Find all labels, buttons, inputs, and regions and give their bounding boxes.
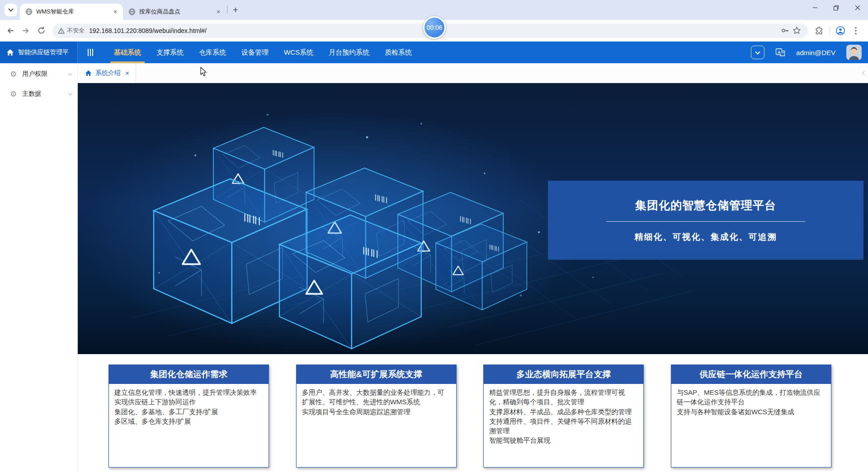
nav-menu-item-label: WCS系统 <box>284 48 313 57</box>
workspace-tab[interactable]: 系统介绍 × <box>78 63 136 83</box>
svg-text:A: A <box>778 50 781 55</box>
sidebar: ⚙ 用户权限 ⚙ 主数据 <box>0 63 78 472</box>
nav-menu-item-label: 质检系统 <box>385 48 412 57</box>
password-key-icon[interactable] <box>779 25 791 37</box>
profile-avatar-icon[interactable] <box>833 23 848 38</box>
tab-close-icon[interactable]: × <box>214 8 222 16</box>
toolbar-divider <box>830 26 830 35</box>
sidebar-item[interactable]: ⚙ 主数据 <box>0 84 77 104</box>
sidebar-item-label: 用户权限 <box>22 70 47 78</box>
timer-value: 00:06 <box>426 24 442 31</box>
browser-tab[interactable]: WMS智能仓库 × <box>20 4 123 20</box>
window-controls <box>804 0 868 20</box>
feature-card: 供应链一体化运作支持平台 与SAP、MES等信息系统的集成，打造物流供应链一体化… <box>671 365 831 467</box>
tab-search-button[interactable] <box>5 4 17 16</box>
feature-card: 集团化仓储运作需求 建立信息化管理，快速透明，提升管理决策效率 实现供应链上下游… <box>108 365 269 467</box>
feature-card-body: 与SAP、MES等信息系统的集成，打造物流供应链一体化运作支持平台 支持与各种智… <box>671 384 831 420</box>
app-navbar: 智能供应链管理平 基础系统 支撑系统 仓库系统 设备管理 WCS系统 <box>0 42 868 63</box>
feature-cards: 集团化仓储运作需求 建立信息化管理，快速透明，提升管理决策效率 实现供应链上下游… <box>78 354 868 467</box>
nav-menu-item[interactable]: WCS系统 <box>284 42 313 63</box>
user-menu[interactable]: admin@DEV <box>796 49 835 56</box>
feature-card-body: 多用户、高并发、大数据量的业务处理能力，可扩展性、可维护性、先进性的WMS系统 … <box>297 384 456 420</box>
nav-menu-item-label: 基础系统 <box>114 48 141 57</box>
tab-divider <box>227 5 227 14</box>
chevron-left-icon <box>863 71 867 75</box>
browser-tab-title: WMS智能仓库 <box>36 8 108 16</box>
new-tab-button[interactable]: + <box>229 4 242 16</box>
globe-favicon-icon <box>25 8 33 15</box>
security-chip[interactable]: 不安全 <box>58 27 89 35</box>
panel-toggle-button[interactable] <box>751 46 764 59</box>
gear-icon: ⚙ <box>10 70 17 78</box>
nav-menu-item[interactable]: 仓库系统 <box>199 42 226 63</box>
workspace-tab-label: 系统介绍 <box>95 69 121 77</box>
nav-menu-item[interactable]: 基础系统 <box>114 42 141 63</box>
gear-icon: ⚙ <box>10 90 17 98</box>
chevron-down-icon <box>68 71 73 76</box>
app-logo[interactable]: 智能供应链管理平 <box>0 42 78 63</box>
nav-menu-item-label: 设备管理 <box>241 48 269 57</box>
reload-button[interactable] <box>33 23 49 38</box>
nav-menu-item[interactable]: 月台预约系统 <box>329 42 369 63</box>
hero-subtitle: 精细化、可视化、集成化、可追溯 <box>635 231 777 243</box>
user-avatar[interactable] <box>846 45 862 60</box>
menu-collapse-icon[interactable] <box>78 42 103 63</box>
main-menu: 基础系统 支撑系统 仓库系统 设备管理 WCS系统 月台预约系统 质检系统 <box>114 42 412 63</box>
bookmark-star-icon[interactable] <box>791 25 802 37</box>
recording-timer-overlay: 00:06 <box>423 16 446 39</box>
nav-menu-item-label: 仓库系统 <box>199 48 226 57</box>
sidebar-item-label: 主数据 <box>22 90 41 98</box>
hero-title: 集团化的智慧仓储管理平台 <box>635 198 776 213</box>
tab-close-icon[interactable]: × <box>111 8 119 16</box>
nav-menu-item[interactable]: 质检系统 <box>385 42 412 63</box>
browser-tab-title: 按库位商品盘点 <box>139 8 211 16</box>
chevron-down-icon <box>8 6 13 11</box>
app-logo-text: 智能供应链管理平 <box>18 48 69 56</box>
nav-menu-item[interactable]: 支撑系统 <box>156 42 184 63</box>
home-icon <box>85 70 92 76</box>
hero-banner: 集团化的智慧仓储管理平台 精细化、可视化、集成化、可追溯 <box>78 83 868 354</box>
chevron-down-icon <box>755 49 760 54</box>
feature-card-title: 集团化仓储运作需求 <box>109 365 269 384</box>
window-restore-button[interactable] <box>826 0 847 15</box>
hero-divider <box>606 221 805 222</box>
chevron-down-icon <box>68 91 73 96</box>
hero-text-panel: 集团化的智慧仓储管理平台 精细化、可视化、集成化、可追溯 <box>548 181 863 260</box>
translate-icon[interactable]: A <box>775 48 785 57</box>
nav-menu-item-label: 支撑系统 <box>156 48 184 57</box>
warning-icon <box>58 28 65 34</box>
window-close-button[interactable] <box>847 0 868 15</box>
globe-favicon-icon <box>128 8 136 15</box>
feature-card-title: 供应链一体化运作支持平台 <box>671 365 831 384</box>
browser-menu-dots-icon[interactable] <box>848 23 863 38</box>
home-logo-icon <box>6 49 14 56</box>
app-body: ⚙ 用户权限 ⚙ 主数据 系统介绍 × <box>0 63 868 472</box>
security-label: 不安全 <box>67 27 85 35</box>
back-button[interactable] <box>3 23 18 38</box>
feature-card-body: 建立信息化管理，快速透明，提升管理决策效率 实现供应链上下游协同运作 集团化、多… <box>109 384 269 430</box>
forward-button[interactable] <box>18 23 33 38</box>
browser-tab[interactable]: 按库位商品盘点 × <box>123 4 226 20</box>
workspace-tab-bar: 系统介绍 × <box>78 63 868 83</box>
feature-card: 高性能&可扩展系统支撑 多用户、高并发、大数据量的业务处理能力，可扩展性、可维护… <box>296 365 457 467</box>
feature-card-title: 高性能&可扩展系统支撑 <box>297 365 456 384</box>
main-area: 系统介绍 × <box>78 63 868 472</box>
window-minimize-button[interactable] <box>804 0 826 15</box>
nav-menu-item[interactable]: 设备管理 <box>241 42 269 63</box>
feature-card-title: 多业态横向拓展平台支撑 <box>484 365 643 384</box>
navbar-right: A admin@DEV <box>751 42 868 63</box>
sidebar-item[interactable]: ⚙ 用户权限 <box>0 64 77 84</box>
workspace-tab-close-icon[interactable]: × <box>125 69 129 77</box>
tab-scroll-left-button[interactable] <box>863 63 866 83</box>
nav-menu-item-label: 月台预约系统 <box>329 48 369 57</box>
feature-card-body: 精益管理思想，提升自身服务，流程管理可视化，精确到每个项目、批次管理 支撑原材料… <box>484 384 643 449</box>
extensions-puzzle-icon[interactable] <box>811 23 827 38</box>
feature-card: 多业态横向拓展平台支撑 精益管理思想，提升自身服务，流程管理可视化，精确到每个项… <box>483 365 644 467</box>
